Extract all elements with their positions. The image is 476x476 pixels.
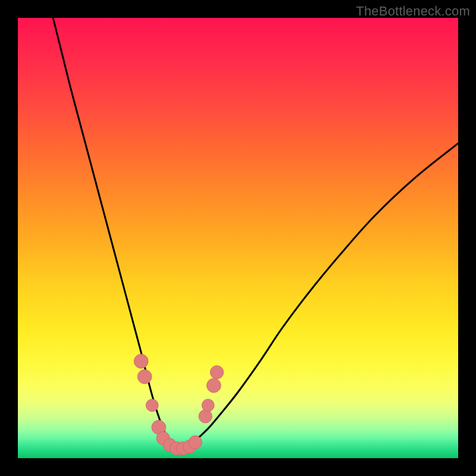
watermark-label: TheBottleneck.com — [356, 4, 470, 19]
chart-frame — [18, 18, 458, 458]
ideal-marker — [206, 378, 221, 393]
chart-svg — [18, 18, 458, 458]
ideal-marker — [199, 410, 212, 423]
marker-group — [134, 354, 223, 455]
ideal-marker — [202, 399, 214, 412]
curve-left-curve — [53, 18, 177, 449]
curve-right-curve — [177, 143, 458, 449]
curve-group — [53, 18, 458, 449]
ideal-marker — [210, 366, 223, 379]
ideal-marker — [137, 369, 152, 384]
ideal-marker — [134, 354, 148, 368]
ideal-marker — [189, 436, 202, 449]
ideal-marker — [146, 399, 158, 412]
